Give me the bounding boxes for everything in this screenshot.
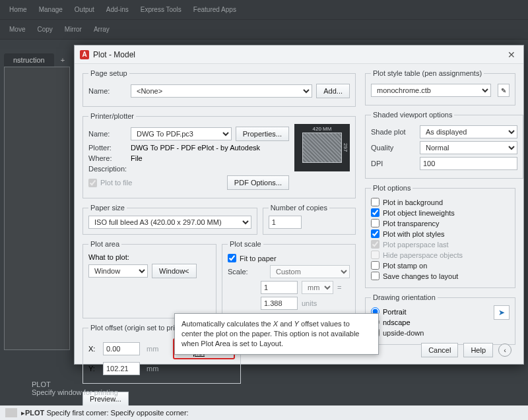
titlebar: A Plot - Model ✕ [75, 45, 523, 64]
add-button[interactable]: Add... [316, 84, 350, 98]
printer-name-label: Name: [88, 130, 127, 138]
x-input [103, 342, 140, 355]
plot-ps-label: Plot with plot styles [383, 230, 445, 238]
copies-group: Number of copies [263, 204, 356, 235]
plot-lw-label: Plot object lineweights [383, 209, 455, 217]
command-history: PLOT Specify window for printing [32, 380, 118, 396]
plot-lw-checkbox[interactable] [371, 208, 380, 217]
fit-to-paper-checkbox[interactable] [228, 254, 236, 262]
pdf-options-button[interactable]: PDF Options... [227, 175, 289, 190]
page-setup-legend: Page setup [88, 69, 129, 77]
collapse-icon[interactable]: ‹ [498, 344, 512, 357]
close-icon[interactable]: ✕ [505, 49, 518, 60]
shade-plot-label: Shade plot [371, 128, 416, 136]
shaded-viewport-group: Shaded viewport options Shade plotAs dis… [365, 111, 523, 179]
what-to-plot-select[interactable]: Window [88, 264, 148, 278]
preview-height-label: 297 [343, 143, 348, 152]
ribbon-item[interactable]: Output [75, 6, 94, 13]
help-button[interactable]: Help [463, 343, 493, 357]
plot-hide-label: Hide paperspace objects [383, 251, 463, 259]
tooltip: Automatically calculates the X and Y off… [174, 313, 379, 355]
orientation-legend: Drawing orientation [371, 293, 438, 301]
plotter-label: Plotter: [88, 144, 127, 152]
paper-size-legend: Paper size [88, 204, 127, 212]
plot-area-group: Plot area What to plot: Window Window< [82, 240, 216, 318]
ribbon-item[interactable]: Featured Apps [193, 6, 236, 13]
shaded-legend: Shaded viewport options [371, 111, 454, 119]
ribbon: Home Manage Output Add-ins Express Tools… [0, 0, 528, 40]
plot-stamp-checkbox[interactable] [371, 261, 380, 270]
printer-legend: Printer/plotter [88, 112, 136, 120]
plot-pslast-label: Plot paperspace last [383, 241, 449, 249]
page-setup-name-label: Name: [88, 87, 127, 95]
pst-legend: Plot style table (pen assignments) [371, 69, 484, 77]
preview-sheet [302, 133, 342, 163]
plot-tr-checkbox[interactable] [371, 219, 380, 227]
plotter-value: DWG To PDF - PDF ePlot - by Autodesk [131, 144, 260, 152]
shade-plot-select[interactable]: As displayed [420, 125, 517, 138]
y-unit: mm [147, 365, 158, 373]
plot-save-checkbox[interactable] [371, 272, 380, 280]
command-icon [5, 408, 17, 417]
quality-label: Quality [371, 144, 416, 152]
pst-edit-icon[interactable]: ✎ [498, 84, 510, 97]
x-label: X: [88, 345, 99, 353]
plot-ps-checkbox[interactable] [371, 229, 380, 238]
scale-denominator-input [261, 297, 298, 310]
scale-label: Scale: [228, 268, 266, 276]
cancel-button[interactable]: Cancel [421, 343, 458, 357]
ribbon-cmd[interactable]: Array [94, 26, 110, 33]
y-label: Y: [88, 365, 99, 373]
plot-scale-legend: Plot scale [228, 240, 263, 248]
page-setup-group: Page setup Name: <None> Add... [82, 69, 356, 107]
command-bar[interactable]: ▸ PLOT Specify first corner: Specify opp… [0, 405, 528, 420]
what-to-plot-label: What to plot: [88, 253, 211, 261]
portrait-label: Portrait [383, 308, 406, 316]
orientation-group: Drawing orientation Portrait ndscape ups… [365, 293, 515, 345]
ribbon-cmd[interactable]: Mirror [65, 26, 82, 33]
paper-preview: 420 MM 297 [294, 124, 350, 171]
ribbon-item[interactable]: Manage [39, 6, 63, 13]
plot-bg-checkbox[interactable] [371, 198, 380, 206]
copies-input[interactable] [269, 216, 302, 229]
paper-size-select[interactable]: ISO full bleed A3 (420.00 x 297.00 MM) [88, 216, 251, 229]
ribbon-cmd[interactable]: Move [9, 26, 25, 33]
orientation-preview-icon: ➤ [494, 305, 510, 320]
scale-den-unit: units [302, 299, 317, 307]
scale-unit-select: mm [302, 281, 333, 294]
plot-style-table-group: Plot style table (pen assignments) monoc… [365, 69, 515, 105]
history-line: Specify window for printing [32, 388, 118, 396]
drawing-canvas[interactable] [4, 67, 70, 350]
plot-scale-group: Plot scale Fit to paper Scale: Custom mm… [222, 240, 356, 318]
command-prompt: Specify first corner: Specify opposite c… [46, 409, 188, 417]
new-tab-button[interactable]: + [54, 53, 71, 67]
plot-save-label: Save changes to layout [383, 272, 458, 280]
plot-area-legend: Plot area [88, 240, 121, 248]
window-button[interactable]: Window< [152, 264, 197, 278]
printer-name-select[interactable]: DWG To PDF.pc3 [131, 127, 232, 140]
ribbon-cmd[interactable]: Copy [37, 26, 52, 33]
plot-stamp-label: Plot stamp on [383, 262, 427, 270]
plot-to-file-checkbox [88, 179, 97, 187]
pst-select[interactable]: monochrome.ctb [371, 84, 491, 97]
plot-tr-label: Plot transparency [383, 220, 440, 227]
ribbon-item[interactable]: Express Tools [141, 6, 182, 13]
ribbon-item[interactable]: Add-ins [106, 6, 129, 13]
drawing-tab[interactable]: nstruction [4, 53, 54, 67]
plot-options-group: Plot options Plot in background Plot obj… [365, 184, 515, 288]
landscape-label: ndscape [383, 318, 411, 326]
paper-size-group: Paper size ISO full bleed A3 (420.00 x 2… [82, 204, 257, 235]
printer-group: Printer/plotter Name: DWG To PDF.pc3 Pro… [82, 112, 356, 198]
properties-button[interactable]: Properties... [236, 127, 289, 141]
dpi-label: DPI [371, 160, 416, 167]
quality-select[interactable]: Normal [420, 141, 517, 154]
plot-pslast-checkbox [371, 240, 380, 249]
page-setup-name-select[interactable]: <None> [131, 84, 312, 98]
ribbon-item[interactable]: Home [9, 6, 27, 13]
history-line: PLOT [32, 380, 118, 388]
dpi-input [420, 157, 517, 170]
command-name: PLOT [25, 409, 44, 417]
x-unit: mm [147, 345, 158, 353]
copies-legend: Number of copies [269, 204, 329, 212]
plot-to-file-label: Plot to file [100, 179, 132, 187]
